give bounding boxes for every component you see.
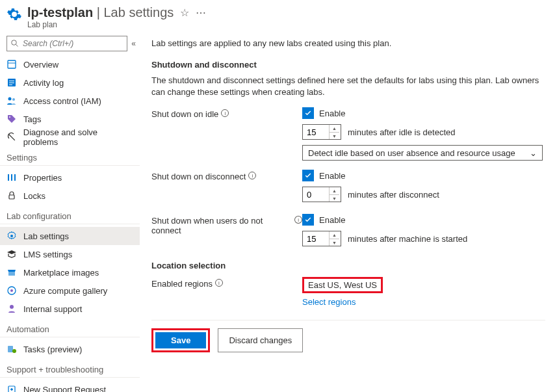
disconnect-minutes-input[interactable] — [303, 187, 329, 202]
sidebar-item-lms[interactable]: LMS settings — [0, 245, 140, 263]
sidebar-item-overview[interactable]: Overview — [0, 55, 140, 73]
svg-rect-2 — [8, 60, 16, 68]
sidebar-item-lab-settings[interactable]: Lab settings — [0, 227, 140, 245]
sidebar-item-label: Overview — [23, 60, 58, 70]
idle-label: Shut down on idle — [151, 109, 218, 119]
sidebar-item-iam[interactable]: Access control (IAM) — [0, 92, 140, 110]
idle-detection-dropdown[interactable]: Detect idle based on user absence and re… — [302, 145, 543, 161]
sidebar-item-label: Activity log — [23, 78, 64, 88]
sidebar-item-tasks[interactable]: Tasks (preview) — [0, 340, 140, 358]
spinner-up-icon[interactable]: ▲ — [330, 187, 339, 195]
disconnect-minutes-spinner[interactable]: ▲▼ — [302, 187, 341, 202]
svg-point-15 — [10, 235, 13, 237]
svg-rect-12 — [11, 174, 12, 181]
noconnect-suffix: minutes after machine is started — [348, 234, 467, 244]
sidebar-item-label: Internal support — [23, 304, 82, 314]
select-regions-link[interactable]: Select regions — [302, 297, 356, 307]
info-icon[interactable]: i — [215, 279, 223, 287]
search-icon — [11, 40, 19, 47]
info-icon[interactable]: i — [294, 216, 302, 224]
regions-value: East US, West US — [308, 280, 377, 290]
resource-name: lp-testplan — [27, 5, 93, 20]
enable-label: Enable — [319, 109, 345, 118]
idle-minutes-input[interactable] — [303, 125, 329, 139]
sidebar-item-label: Diagnose and solve problems — [23, 127, 133, 147]
sidebar-item-marketplace[interactable]: Marketplace images — [0, 263, 140, 281]
svg-point-19 — [10, 305, 14, 309]
page-title: Lab settings — [103, 5, 174, 20]
properties-icon — [6, 172, 17, 183]
spinner-down-icon[interactable]: ▼ — [330, 195, 339, 202]
svg-point-0 — [12, 40, 17, 46]
sidebar-item-activity[interactable]: Activity log — [0, 73, 140, 92]
disconnect-enable-checkbox[interactable] — [302, 170, 314, 181]
location-heading: Location selection — [151, 261, 545, 270]
shutdown-heading: Shutdown and disconnect — [151, 60, 545, 70]
sidebar-item-tags[interactable]: Tags — [0, 110, 140, 128]
svg-line-1 — [16, 45, 18, 47]
svg-rect-5 — [9, 81, 14, 81]
noconnect-minutes-input[interactable] — [303, 231, 329, 246]
spinner-down-icon[interactable]: ▼ — [330, 133, 339, 140]
svg-rect-14 — [9, 195, 14, 199]
enable-label: Enable — [319, 215, 345, 225]
gallery-icon — [6, 285, 17, 296]
noconnect-enable-checkbox[interactable] — [302, 214, 314, 226]
gear-icon — [6, 7, 22, 22]
info-icon[interactable]: i — [221, 109, 229, 117]
favorite-star-icon[interactable]: ☆ — [180, 7, 189, 19]
sidebar-item-locks[interactable]: Locks — [0, 187, 140, 205]
footer-buttons: Save Discard changes — [151, 320, 545, 352]
info-icon[interactable]: i — [248, 172, 256, 179]
idle-minutes-spinner[interactable]: ▲▼ — [302, 124, 341, 140]
regions-value-highlight: East US, West US — [302, 277, 383, 293]
spinner-down-icon[interactable]: ▼ — [330, 239, 339, 246]
sidebar: « Overview Activity log Access control (… — [0, 32, 140, 392]
support-icon — [6, 304, 17, 314]
lock-icon — [6, 190, 17, 201]
sidebar-item-properties[interactable]: Properties — [0, 168, 140, 187]
sidebar-item-label: New Support Request — [23, 385, 106, 393]
search-box[interactable] — [6, 36, 127, 51]
svg-rect-6 — [9, 83, 14, 83]
idle-suffix: minutes after idle is detected — [348, 127, 455, 137]
spinner-up-icon[interactable]: ▲ — [330, 125, 339, 133]
sidebar-item-diagnose[interactable]: Diagnose and solve problems — [0, 128, 140, 146]
svg-point-18 — [10, 289, 13, 292]
sidebar-item-support[interactable]: Internal support — [0, 300, 140, 318]
discard-button[interactable]: Discard changes — [218, 328, 303, 352]
svg-rect-11 — [8, 174, 9, 181]
sidebar-item-label: Tags — [23, 114, 41, 124]
save-button[interactable]: Save — [155, 332, 206, 348]
collapse-sidebar-icon[interactable]: « — [131, 39, 136, 48]
sidebar-section-settings: Settings — [0, 146, 140, 166]
svg-point-9 — [12, 98, 15, 101]
sidebar-item-label: Lab settings — [23, 231, 69, 241]
diagnose-icon — [6, 132, 17, 142]
resource-type: Lab plan — [27, 20, 206, 29]
more-icon[interactable]: ⋯ — [196, 7, 206, 19]
tags-icon — [6, 114, 17, 124]
search-input[interactable] — [23, 39, 123, 48]
sidebar-section-labconfig: Lab configuration — [0, 205, 140, 224]
marketplace-icon — [6, 267, 17, 278]
svg-point-8 — [8, 98, 12, 101]
sidebar-item-gallery[interactable]: Azure compute gallery — [0, 281, 140, 300]
svg-rect-20 — [8, 346, 13, 352]
enable-label: Enable — [319, 171, 345, 181]
iam-icon — [6, 96, 17, 106]
page-header: lp-testplan | Lab settings ☆ ⋯ Lab plan — [0, 0, 557, 32]
svg-point-10 — [9, 116, 10, 118]
sidebar-item-label: Locks — [23, 191, 45, 201]
disconnect-label: Shut down on disconnect — [151, 172, 246, 181]
sidebar-item-label: Azure compute gallery — [23, 286, 107, 296]
regions-label: Enabled regions — [151, 279, 213, 289]
lms-icon — [6, 249, 17, 259]
sidebar-item-new-support[interactable]: New Support Request — [0, 380, 140, 392]
dropdown-value: Detect idle based on user absence and re… — [308, 148, 515, 158]
noconnect-minutes-spinner[interactable]: ▲▼ — [302, 231, 341, 246]
idle-enable-checkbox[interactable] — [302, 107, 314, 119]
spinner-up-icon[interactable]: ▲ — [330, 231, 339, 239]
overview-icon — [6, 59, 17, 70]
gear-icon — [6, 231, 17, 241]
